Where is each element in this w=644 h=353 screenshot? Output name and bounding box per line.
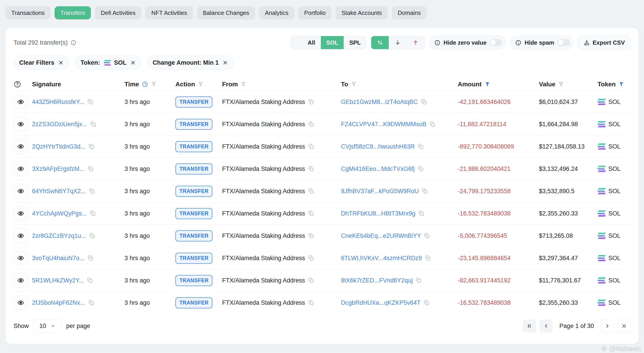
from-address[interactable]: FTX/Alameda Staking Address	[222, 210, 305, 217]
token-symbol[interactable]: SOL	[608, 232, 620, 240]
from-address[interactable]: FTX/Alameda Staking Address	[222, 98, 305, 106]
copy-icon[interactable]	[308, 144, 314, 150]
action-badge[interactable]: TRANSFER	[176, 186, 212, 197]
top-tab[interactable]: Stake Accounts	[336, 6, 388, 20]
filter-icon-active[interactable]	[618, 81, 624, 88]
filter-chip[interactable]: Clear Filters	[14, 56, 70, 70]
last-page-button[interactable]	[618, 320, 630, 332]
sort-desc-button[interactable]	[389, 36, 406, 49]
token-symbol[interactable]: SOL	[608, 210, 620, 217]
copy-icon[interactable]	[308, 300, 314, 306]
to-address-link[interactable]: GEbz1GwzM8...izT4oAtqBC	[341, 98, 418, 106]
copy-icon[interactable]	[88, 144, 94, 150]
top-tab[interactable]: Domains	[392, 6, 427, 20]
copy-icon[interactable]	[308, 233, 314, 239]
scope-option[interactable]: SPL	[344, 36, 366, 49]
token-symbol[interactable]: SOL	[608, 143, 620, 150]
signature-link[interactable]: 2zZS3GDziUen5jx...	[32, 121, 87, 128]
copy-icon[interactable]	[308, 121, 314, 127]
to-address-link[interactable]: 9JfhBV37aF...kPoG5W9RoU	[341, 188, 419, 195]
to-address-link[interactable]: CneKEb4bEq...e2URWnBiYY	[341, 232, 421, 240]
eye-preview-button[interactable]	[14, 273, 28, 288]
scope-option[interactable]: All	[302, 36, 320, 49]
top-tab[interactable]: Balance Changes	[197, 6, 255, 20]
token-symbol[interactable]: SOL	[608, 188, 620, 195]
copy-icon[interactable]	[308, 278, 314, 283]
filter-icon-active[interactable]	[484, 81, 490, 88]
from-address[interactable]: FTX/Alameda Staking Address	[222, 255, 305, 262]
signature-link[interactable]: 2QzHYtrTtidnG3d...	[32, 143, 86, 150]
copy-icon[interactable]	[88, 99, 93, 105]
scope-option[interactable]: SOL	[321, 36, 344, 49]
remove-filter-icon[interactable]	[222, 60, 228, 66]
first-page-button[interactable]	[523, 320, 536, 332]
hide-zero-value-toggle[interactable]: Hide zero value	[429, 36, 506, 50]
from-address[interactable]: FTX/Alameda Staking Address	[222, 277, 305, 284]
export-csv-button[interactable]: Export CSV	[578, 36, 630, 50]
eye-preview-button[interactable]	[14, 251, 28, 265]
eye-preview-button[interactable]	[14, 117, 28, 132]
copy-icon[interactable]	[424, 300, 430, 306]
to-address-link[interactable]: 6TLWLhVKxV...4szmHCRDz9	[341, 255, 422, 262]
eye-preview-button[interactable]	[14, 139, 28, 154]
token-symbol[interactable]: SOL	[608, 255, 620, 262]
to-address-link[interactable]: DhTRFbKtJ8...HBtT3Mrx9g	[341, 210, 415, 217]
copy-icon[interactable]	[416, 278, 422, 283]
eye-preview-button[interactable]	[14, 184, 28, 198]
copy-icon[interactable]	[418, 210, 424, 216]
from-address[interactable]: FTX/Alameda Staking Address	[222, 299, 305, 306]
from-address[interactable]: FTX/Alameda Staking Address	[222, 143, 305, 150]
token-symbol[interactable]: SOL	[608, 166, 620, 172]
hide-spam-toggle[interactable]: Hide spam	[510, 36, 574, 50]
toggle-switch[interactable]	[490, 39, 502, 46]
signature-link[interactable]: 443Z5H6RussfeY...	[32, 98, 84, 106]
top-tab[interactable]: Portfolio	[298, 6, 332, 20]
action-badge[interactable]: TRANSFER	[176, 297, 212, 308]
top-tab[interactable]: Transfers	[54, 6, 91, 20]
top-tab[interactable]: Defi Activities	[95, 6, 142, 20]
to-address-link[interactable]: 8tX6k7rZED...FVnd6Y2quj	[341, 277, 413, 284]
action-badge[interactable]: TRANSFER	[176, 96, 212, 108]
eye-preview-button[interactable]	[14, 228, 28, 243]
signature-link[interactable]: 4YCchApWQyPgs...	[32, 210, 87, 217]
copy-icon[interactable]	[421, 99, 427, 105]
copy-icon[interactable]	[418, 144, 424, 150]
action-badge[interactable]: TRANSFER	[176, 208, 212, 219]
copy-icon[interactable]	[425, 255, 431, 261]
previous-page-button[interactable]	[540, 320, 553, 332]
page-size-select[interactable]: 10	[33, 319, 62, 333]
action-badge[interactable]: TRANSFER	[176, 230, 212, 242]
signature-link[interactable]: 64YhSwN6Y7qX2...	[32, 188, 86, 195]
signature-link[interactable]: 2fJSboN4pF62Nx...	[32, 299, 85, 306]
copy-icon[interactable]	[88, 166, 94, 172]
to-address-link[interactable]: CgMi416Eeo...MdcTVxG6fj	[341, 166, 415, 172]
filter-icon[interactable]	[240, 81, 246, 87]
eye-preview-button[interactable]	[14, 206, 28, 221]
eye-preview-button[interactable]	[14, 162, 28, 176]
copy-icon[interactable]	[430, 121, 436, 127]
copy-icon[interactable]	[88, 300, 94, 306]
signature-link[interactable]: 5R1WLHkZWy2Y...	[32, 277, 84, 284]
token-symbol[interactable]: SOL	[608, 299, 620, 306]
to-address-link[interactable]: FZ4CLVPV47...K9DWMMMsoB	[341, 121, 426, 128]
copy-icon[interactable]	[308, 166, 314, 172]
filter-icon[interactable]	[151, 81, 157, 87]
filter-icon[interactable]	[351, 81, 357, 87]
action-badge[interactable]: TRANSFER	[176, 141, 212, 152]
copy-icon[interactable]	[308, 99, 314, 105]
filter-icon[interactable]	[558, 81, 564, 87]
toggle-switch[interactable]	[558, 39, 570, 46]
token-symbol[interactable]: SOL	[608, 98, 620, 106]
token-symbol[interactable]: SOL	[608, 121, 620, 128]
eye-preview-button[interactable]	[14, 95, 28, 109]
top-tab[interactable]: NFT Activities	[146, 6, 193, 20]
from-address[interactable]: FTX/Alameda Staking Address	[222, 121, 305, 128]
action-badge[interactable]: TRANSFER	[176, 119, 212, 130]
copy-icon[interactable]	[87, 278, 93, 283]
info-icon[interactable]	[70, 40, 76, 46]
signature-link[interactable]: 3voTqU4haiuN7o...	[32, 255, 84, 262]
token-symbol[interactable]: SOL	[608, 277, 620, 284]
signature-link[interactable]: 2zr8GZCzBYzq1u...	[32, 232, 86, 240]
action-badge[interactable]: TRANSFER	[176, 253, 212, 264]
filter-chip[interactable]: Token: SOL	[75, 56, 142, 70]
